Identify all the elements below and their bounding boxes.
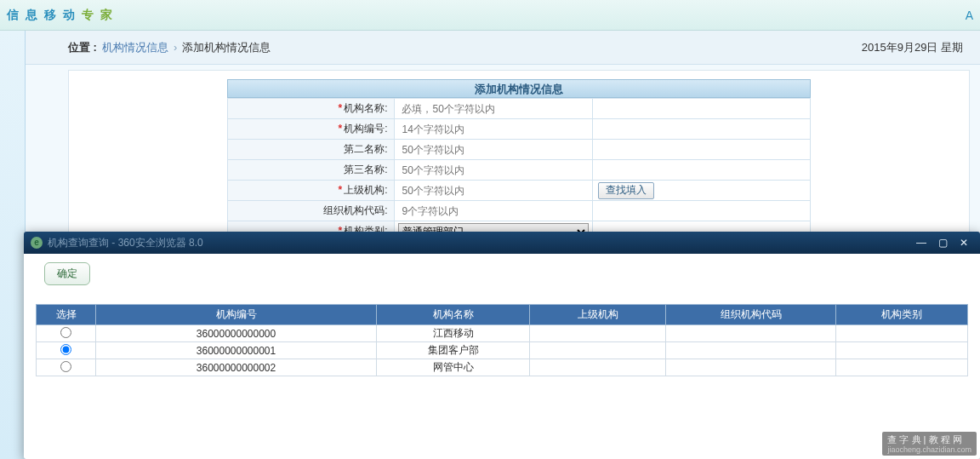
text-input[interactable] [398, 101, 581, 117]
required-star-icon: * [338, 102, 342, 114]
browser-e-icon: e [31, 237, 43, 249]
window-controls: — ▢ ✕ [916, 238, 980, 248]
brand-char: 专 [82, 8, 94, 23]
watermark-main: 查 字 典 | 教 程 网 [887, 434, 961, 445]
watermark: 查 字 典 | 教 程 网 jiaocheng.chazidian.com [882, 432, 977, 456]
form-input-cell [395, 181, 593, 201]
cell-parent [530, 359, 666, 376]
form-input-cell [395, 119, 593, 140]
form-label-text: 机构名称: [344, 102, 387, 114]
text-input[interactable] [398, 142, 581, 158]
form-table: *机构名称:*机构编号:第二名称:第三名称:*上级机构:查找填入组织机构代码:*… [227, 98, 811, 242]
minimize-icon[interactable]: — [916, 238, 926, 248]
cell-parent [530, 342, 666, 359]
cell-parent [530, 325, 666, 342]
required-star-icon: * [338, 184, 342, 196]
brand-char: 信 [7, 8, 19, 23]
form-label: *机构名称: [228, 99, 395, 119]
dialog-titlebar[interactable]: e 机构查询查询 - 360安全浏览器 8.0 — ▢ ✕ [24, 232, 980, 254]
form-title: 添加机构情况信息 [227, 79, 811, 98]
row-select-radio[interactable] [60, 361, 71, 372]
form-extra-cell [593, 160, 811, 181]
form-label: *机构编号: [228, 119, 395, 140]
topbar-right: A [966, 9, 973, 22]
table-row[interactable]: 36000000000001集团客户部 [37, 342, 968, 359]
th-name: 机构名称 [377, 305, 530, 325]
cell-type [836, 325, 968, 342]
cell-code: 36000000000002 [96, 359, 377, 376]
cell-name: 集团客户部 [377, 342, 530, 359]
form-input-cell [395, 140, 593, 160]
form-input-cell [395, 160, 593, 181]
text-input[interactable] [398, 163, 581, 178]
breadcrumb-item[interactable]: 机构情况信息 [102, 40, 168, 55]
cell-type [836, 342, 968, 359]
close-icon[interactable]: ✕ [960, 238, 968, 248]
cell-org [666, 325, 836, 342]
brand-char: 家 [100, 8, 112, 23]
required-star-icon: * [338, 123, 342, 135]
form-label-text: 机构编号: [344, 123, 387, 135]
text-input[interactable] [398, 183, 581, 198]
th-parent: 上级机构 [530, 305, 666, 325]
row-select-cell [37, 325, 96, 342]
form-extra-cell: 查找填入 [593, 181, 811, 201]
breadcrumb-bar: 位置 : 机构情况信息 › 添加机构情况信息 2015年9月29日 星期 [26, 31, 980, 65]
maximize-icon[interactable]: ▢ [938, 238, 948, 248]
lookup-button[interactable]: 查找填入 [598, 182, 654, 199]
cell-org [666, 359, 836, 376]
form-label: *上级机构: [228, 181, 395, 201]
cell-code: 36000000000000 [96, 325, 377, 342]
breadcrumb-date: 2015年9月29日 星期 [862, 40, 963, 55]
row-select-radio[interactable] [60, 344, 71, 355]
cell-type [836, 359, 968, 376]
cell-code: 36000000000001 [96, 342, 377, 359]
form-label: 组织机构代码: [228, 201, 395, 221]
brand-char: 息 [26, 8, 37, 23]
watermark-sub: jiaocheng.chazidian.com [887, 446, 971, 454]
brand-char: 移 [44, 8, 56, 23]
th-type: 机构类别 [836, 305, 968, 325]
text-input[interactable] [398, 204, 581, 219]
breadcrumb: 位置 : 机构情况信息 › 添加机构情况信息 [68, 40, 271, 55]
lookup-dialog: e 机构查询查询 - 360安全浏览器 8.0 — ▢ ✕ 确定 选择 机构编号… [24, 232, 980, 459]
form-label-text: 第二名称: [344, 143, 387, 155]
cell-org [666, 342, 836, 359]
dialog-title-text: 机构查询查询 - 360安全浏览器 8.0 [48, 236, 203, 250]
form-label: 第二名称: [228, 140, 395, 160]
form-label-text: 第三名称: [344, 164, 387, 175]
form-input-cell [395, 201, 593, 221]
form-label-text: 上级机构: [344, 184, 387, 196]
top-bar: 信 息 移 动 专 家 A [0, 0, 980, 31]
text-input[interactable] [398, 122, 581, 137]
table-row[interactable]: 36000000000000江西移动 [37, 325, 968, 342]
cell-name: 网管中心 [377, 359, 530, 376]
content-panel: 添加机构情况信息 *机构名称:*机构编号:第二名称:第三名称:*上级机构:查找填… [68, 70, 970, 243]
breadcrumb-location-label: 位置 : [68, 40, 97, 55]
form-extra-cell [593, 119, 811, 140]
form-extra-cell [593, 99, 811, 119]
left-sidebar [0, 31, 26, 459]
brand-char: 动 [63, 8, 75, 23]
breadcrumb-sep-icon: › [174, 41, 177, 54]
cell-name: 江西移动 [377, 325, 530, 342]
data-table: 选择 机构编号 机构名称 上级机构 组织机构代码 机构类别 3600000000… [36, 304, 968, 376]
dialog-body: 确定 选择 机构编号 机构名称 上级机构 组织机构代码 机构类别 3600000… [24, 254, 980, 385]
row-select-radio[interactable] [60, 327, 71, 338]
form-extra-cell [593, 140, 811, 160]
form-label: 第三名称: [228, 160, 395, 181]
confirm-button[interactable]: 确定 [44, 262, 90, 285]
th-select: 选择 [37, 305, 96, 325]
form-label-text: 组织机构代码: [323, 204, 387, 216]
form-input-cell [395, 99, 593, 119]
row-select-cell [37, 342, 96, 359]
breadcrumb-item-current: 添加机构情况信息 [182, 40, 271, 55]
form-extra-cell [593, 201, 811, 221]
table-row[interactable]: 36000000000002网管中心 [37, 359, 968, 376]
th-code: 机构编号 [96, 305, 377, 325]
th-org: 组织机构代码 [666, 305, 836, 325]
row-select-cell [37, 359, 96, 376]
